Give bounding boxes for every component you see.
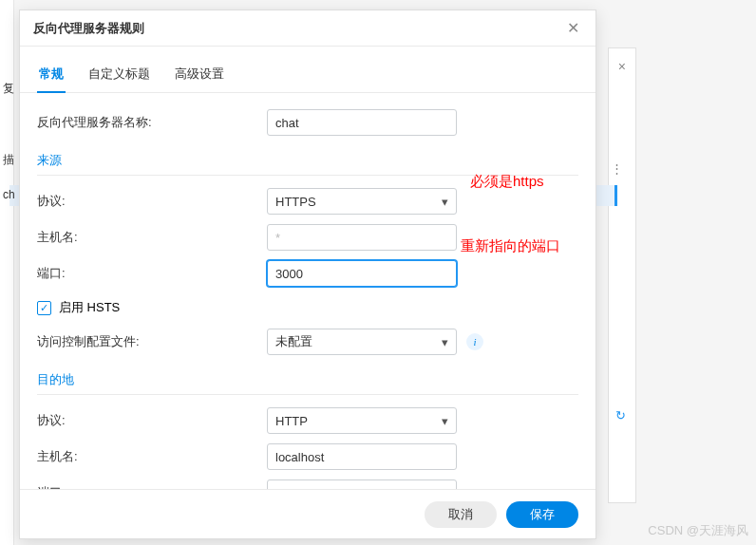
destination-section-title: 目的地 (37, 362, 578, 395)
dialog-tabs: 常规 自定义标题 高级设置 (20, 58, 595, 93)
dst-protocol-select[interactable]: HTTP ▾ (267, 407, 457, 434)
bg-close-icon[interactable]: × (618, 59, 626, 74)
src-port-label: 端口: (37, 265, 267, 282)
src-protocol-value: HTTPS (275, 195, 316, 209)
save-button[interactable]: 保存 (506, 501, 578, 528)
info-icon[interactable]: i (466, 333, 483, 350)
bg-partial-f: 复 (3, 81, 14, 97)
source-section-title: 来源 (37, 142, 578, 176)
access-profile-value: 未配置 (275, 333, 312, 350)
dst-protocol-label: 协议: (37, 412, 267, 429)
dst-protocol-value: HTTP (275, 414, 308, 428)
watermark: CSDN @天涯海风 (648, 522, 748, 539)
close-icon[interactable]: ✕ (563, 19, 582, 38)
src-port-input[interactable] (267, 260, 457, 287)
access-profile-label: 访问控制配置文件: (37, 333, 267, 350)
chevron-down-icon: ▾ (442, 335, 448, 349)
bg-panel (608, 47, 636, 503)
cancel-button[interactable]: 取消 (425, 501, 497, 528)
reverse-proxy-dialog: 反向代理服务器规则 ✕ 常规 自定义标题 高级设置 反向代理服务器名称: 来源 … (19, 9, 596, 539)
dst-port-input[interactable] (267, 479, 457, 489)
dialog-footer: 取消 保存 (20, 489, 595, 538)
chevron-down-icon: ▾ (442, 414, 448, 428)
tab-general[interactable]: 常规 (37, 58, 66, 92)
name-label: 反向代理服务器名称: (37, 114, 267, 131)
bg-partial-text: ch (3, 188, 15, 201)
tab-advanced[interactable]: 高级设置 (173, 58, 226, 92)
src-host-label: 主机名: (37, 229, 267, 246)
tab-custom-headers[interactable]: 自定义标题 (86, 58, 152, 92)
hsts-label: 启用 HSTS (59, 299, 120, 316)
dialog-header: 反向代理服务器规则 ✕ (20, 10, 595, 47)
hsts-checkbox[interactable]: ✓ (37, 301, 51, 315)
dst-host-input[interactable] (267, 443, 457, 470)
annotation-https: 必须是https (470, 173, 544, 191)
annotation-port: 重新指向的端口 (461, 237, 560, 255)
kebab-icon[interactable]: ⋮ (611, 161, 623, 176)
src-protocol-label: 协议: (37, 193, 267, 210)
src-protocol-select[interactable]: HTTPS ▾ (267, 188, 457, 215)
chevron-down-icon: ▾ (442, 195, 448, 209)
form-area: 反向代理服务器名称: 来源 协议: HTTPS ▾ 主机名: 端口: ✓ 启用 … (20, 93, 595, 489)
dst-host-label: 主机名: (37, 448, 267, 465)
access-profile-select[interactable]: 未配置 ▾ (267, 329, 457, 355)
src-host-input[interactable] (267, 224, 457, 251)
name-input[interactable] (267, 109, 457, 136)
refresh-icon[interactable]: ↻ (615, 408, 626, 423)
bg-partial-d: 描 (3, 152, 14, 168)
dialog-title: 反向代理服务器规则 (33, 20, 144, 37)
